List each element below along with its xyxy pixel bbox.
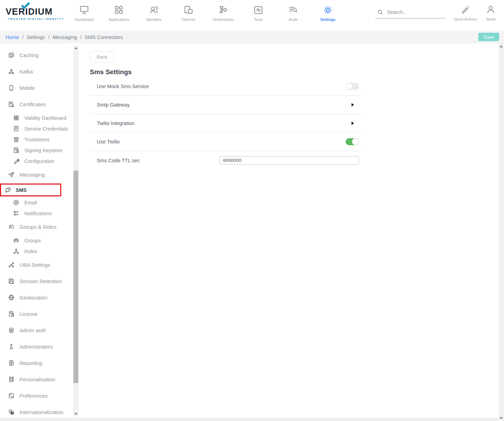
nav-tools[interactable]: Tools: [241, 0, 276, 31]
sidebar-item-label: Notifications: [24, 211, 52, 216]
sidebar-item-admin-auth[interactable]: Admin auth: [0, 322, 85, 338]
sidebar-item-label: Session Retention: [19, 278, 62, 284]
scroll-down-arrow-icon[interactable]: [74, 413, 78, 415]
nav-identities[interactable]: Identities: [136, 0, 171, 31]
sidebar-item-mobile[interactable]: Mobile: [0, 80, 85, 96]
sidebar-item-label: Roles: [24, 249, 37, 254]
groups-icon: [13, 237, 19, 244]
service-credentials-icon: [13, 125, 19, 132]
roles-icon: [13, 248, 19, 255]
identities-icon: [148, 5, 159, 16]
sidebar-item-uba-settings[interactable]: UBA Settings: [0, 257, 85, 273]
search-icon[interactable]: [377, 9, 384, 15]
nav-dashboard[interactable]: Dashboard: [67, 0, 102, 31]
sidebar-item-groups[interactable]: Groups: [0, 235, 85, 246]
sms-settings-panel: Back Sms Settings Use Mock Sms Service S…: [85, 44, 498, 418]
nav-label: Audit: [289, 17, 297, 22]
sidebar-item-label: Personalisation: [19, 376, 55, 382]
sidebar-item-session-retention[interactable]: Session Retention: [0, 273, 85, 289]
sidebar-item-label: Groups: [24, 238, 41, 243]
sidebar-scrollbar-thumb[interactable]: [73, 171, 78, 383]
sidebar-item-email[interactable]: Email: [0, 197, 85, 208]
sidebar-item-kafka[interactable]: Kafka: [0, 63, 85, 80]
email-icon: [13, 199, 19, 206]
save-button[interactable]: Save: [478, 33, 499, 41]
nav-label: Dashboard: [75, 17, 94, 22]
nav-devices[interactable]: Devices: [171, 0, 206, 31]
setting-row-use-mock-sms-service: Use Mock Sms Service: [90, 77, 362, 96]
setting-label: Smtp Gateway: [97, 102, 130, 108]
breadcrumb-separator: /: [48, 34, 49, 40]
sidebar-item-messaging[interactable]: Messaging: [0, 166, 85, 183]
sidebar-item-truststores[interactable]: Truststores: [0, 134, 85, 145]
sidebar-item-license[interactable]: License: [0, 306, 85, 322]
user-menu[interactable]: david: [480, 0, 501, 21]
breadcrumb-home[interactable]: Home: [6, 34, 19, 40]
setting-row-twilio-integration[interactable]: Twilio Integration: [90, 114, 362, 133]
uba-settings-icon: [8, 262, 15, 268]
setting-row-sms-code-ttl: Sms Code TTL sec: [90, 151, 362, 170]
nav-settings[interactable]: Settings: [310, 0, 345, 31]
sidebar-item-roles[interactable]: Roles: [0, 246, 85, 257]
caching-icon: [8, 52, 15, 59]
sidebar-item-label: Signing Keystore: [24, 148, 63, 153]
scroll-up-arrow-icon[interactable]: [74, 47, 78, 49]
breadcrumb-separator: /: [22, 34, 24, 40]
sidebar-item-label: Truststores: [24, 137, 49, 142]
sidebar-item-groups-roles[interactable]: Groups & Roles: [0, 219, 85, 235]
sidebar-item-administrators[interactable]: Administrators: [0, 338, 85, 355]
sidebar-item-geolocation[interactable]: Geolocation: [0, 289, 85, 306]
sidebar-item-internationalization[interactable]: Internationalization: [0, 404, 85, 418]
use-mock-sms-toggle[interactable]: [346, 83, 359, 90]
veridium-logo[interactable]: VERIDIUM TRUSTED DIGITAL IDENTITY: [0, 0, 67, 31]
sidebar-item-reporting[interactable]: Reporting: [0, 355, 85, 371]
nav-orchestrator[interactable]: Orchestrator: [206, 0, 241, 31]
breadcrumb-messaging[interactable]: Messaging: [53, 34, 77, 40]
sidebar-item-caching[interactable]: Caching: [0, 47, 85, 63]
license-icon: [8, 311, 15, 317]
notifications-icon: [13, 210, 19, 217]
setting-row-smtp-gateway[interactable]: Smtp Gateway: [90, 96, 362, 114]
kafka-icon: [8, 68, 15, 75]
groups-roles-icon: [8, 224, 15, 230]
nav-applications[interactable]: Applications: [102, 0, 136, 31]
sidebar-item-validity-dashboard[interactable]: Validity Dashboard: [0, 112, 85, 123]
reporting-icon: [8, 360, 15, 366]
tools-icon: [253, 5, 264, 16]
sidebar-item-signing-keystore[interactable]: Signing Keystore: [0, 145, 85, 156]
back-button[interactable]: Back: [90, 51, 114, 63]
page-scrollbar: [498, 44, 504, 421]
breadcrumb-settings[interactable]: Settings: [27, 34, 45, 40]
sidebar-item-certificates[interactable]: Certificates: [0, 96, 85, 112]
nav-label: Devices: [182, 17, 195, 22]
nav-label: Tools: [254, 17, 263, 22]
nav-audit[interactable]: Audit: [276, 0, 310, 31]
devices-icon: [183, 5, 194, 16]
sidebar-item-service-credentials[interactable]: Service Credentials: [0, 123, 85, 134]
sidebar-item-preferences[interactable]: Preferences: [0, 388, 85, 404]
use-twilio-toggle[interactable]: [346, 138, 359, 145]
nav-label: Applications: [109, 17, 129, 22]
setting-label: Sms Code TTL sec: [97, 158, 140, 163]
expand-arrow-icon[interactable]: [352, 122, 354, 125]
top-navbar: VERIDIUM TRUSTED DIGITAL IDENTITY Dashbo…: [0, 0, 504, 31]
quick-actions-button[interactable]: Quick Actions: [450, 0, 480, 21]
internationalization-icon: [8, 409, 15, 415]
orchestrator-icon: [218, 5, 229, 16]
truststores-icon: [13, 136, 19, 143]
geolocation-icon: [8, 294, 15, 301]
scroll-down-arrow-icon[interactable]: [499, 417, 503, 419]
expand-arrow-icon[interactable]: [352, 103, 354, 107]
setting-label: Use Mock Sms Service: [97, 84, 149, 89]
sidebar-item-label: Mobile: [19, 85, 35, 91]
sidebar-item-sms-active[interactable]: SMS: [0, 184, 61, 196]
search-input[interactable]: [387, 9, 439, 15]
administrators-icon: [8, 343, 15, 350]
sidebar-item-label: UBA Settings: [19, 262, 50, 268]
scroll-up-arrow-icon[interactable]: [499, 45, 503, 47]
session-retention-icon: [8, 278, 15, 284]
sms-code-ttl-input[interactable]: [220, 156, 359, 165]
sidebar-item-personalisation[interactable]: Personalisation: [0, 371, 85, 388]
sidebar-item-notifications[interactable]: Notifications: [0, 208, 85, 219]
sidebar-item-configuration[interactable]: Configuration: [0, 156, 85, 166]
